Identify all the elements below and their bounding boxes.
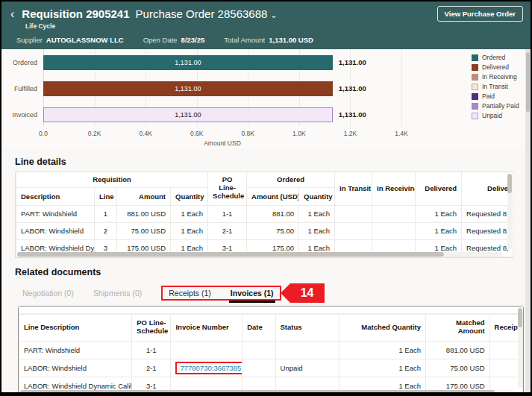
vertical-scrollbar[interactable] — [518, 308, 522, 388]
info-label: Supplier — [16, 36, 43, 44]
table-cell — [242, 359, 275, 377]
x-axis-tick: 1.4K — [395, 130, 408, 137]
invoices-table: Line DescriptionPO Line-ScheduleInvoice … — [18, 306, 524, 396]
column-header: Line Description — [19, 314, 132, 341]
column-header: Quantity — [299, 187, 335, 205]
header-info-bar: SupplierAUTOGLASSNOW LLCOpen Date8/23/25… — [16, 36, 523, 44]
tab-negotiation[interactable]: Negotiation (0) — [22, 289, 74, 298]
header-info-pair: SupplierAUTOGLASSNOW LLC — [16, 36, 124, 44]
table-cell: 1-1 — [208, 205, 247, 222]
horizontal-scrollbar[interactable] — [17, 252, 502, 257]
table-cell: 1 Each — [416, 222, 462, 239]
back-icon[interactable]: ‹ — [9, 8, 16, 20]
legend-swatch — [472, 103, 478, 110]
table-cell: 1 — [95, 205, 117, 222]
legend-swatch — [472, 64, 478, 71]
column-header: Amount — [117, 187, 171, 205]
column-header: Date — [242, 314, 275, 341]
page-header: ‹ Requisition 2905241Purchase Order 2856… — [1, 1, 531, 49]
bar-ordered[interactable]: 1,131.00 — [43, 55, 333, 70]
bar-category-label: Ordered — [0, 55, 37, 70]
table-cell: 1 Each — [171, 222, 208, 239]
column-header: Quantity — [171, 187, 208, 205]
legend-item: Unpaid — [472, 112, 519, 119]
chevron-down-icon[interactable]: ⌄ — [270, 10, 277, 19]
info-label: Open Date — [143, 36, 178, 44]
table-row[interactable]: PART: Windshield1881.00 USD1 Each1-1881.… — [16, 205, 513, 222]
bar-outside-label: 1,131.00 — [339, 81, 366, 96]
column-header: Matched Amount — [425, 314, 489, 341]
column-header: Description — [16, 187, 95, 205]
legend-item: Paid — [472, 92, 519, 100]
info-value: 8/23/25 — [181, 36, 205, 44]
view-purchase-order-button[interactable]: View Purchase Order — [437, 6, 523, 22]
invoice-number-link[interactable]: 77780730:3667385 — [180, 364, 241, 372]
x-axis-tick: 0.4K — [139, 130, 152, 137]
column-header: PO Line-Schedule — [132, 314, 171, 341]
legend-item: In Receiving — [472, 73, 519, 81]
bar-value-label: 1,131.00 — [175, 85, 201, 92]
related-documents-tabs: Negotiation (0)Shipments (0)Receipts (1)… — [22, 285, 531, 301]
vertical-scrollbar[interactable] — [507, 174, 512, 250]
table-cell: 1 Each — [299, 222, 335, 239]
table-cell — [171, 341, 242, 359]
x-axis-tick: 0.6K — [190, 130, 204, 137]
table-cell: 75.00 USD — [117, 222, 171, 239]
page-scrollbar[interactable] — [525, 49, 531, 392]
tab-shipments[interactable]: Shipments (0) — [93, 289, 142, 298]
legend-item: Partially Paid — [472, 102, 519, 110]
info-value: AUTOGLASSNOW LLC — [46, 36, 124, 44]
annotation-box-15: 77780730:366738515 — [175, 362, 242, 374]
chart-legend: OrderedDeliveredIn ReceivingIn TransitPa… — [472, 54, 519, 119]
legend-item: Ordered — [472, 54, 519, 61]
legend-label: Unpaid — [482, 112, 502, 119]
app-window: ‹ Requisition 2905241Purchase Order 2856… — [0, 0, 532, 396]
header-info-pair: Total Amount1,131.00 USD — [224, 36, 313, 44]
table-row[interactable]: LABOR: Windshield2-177780730:366738515Un… — [19, 359, 523, 377]
table-cell: 2-1 — [132, 359, 171, 377]
table-cell — [242, 341, 275, 359]
legend-swatch — [472, 74, 478, 81]
table-cell: 75.00 — [247, 222, 299, 239]
table-cell — [372, 205, 416, 222]
table-cell: LABOR: Windshield — [16, 222, 95, 239]
legend-label: Partially Paid — [482, 102, 519, 110]
purchase-order-title: Purchase Order 28563688 — [136, 7, 268, 20]
table-cell: 1 Each — [416, 205, 462, 222]
table-cell: 75.00 USD — [425, 359, 489, 377]
x-axis-tick: 1.2K — [344, 130, 357, 137]
line-details-title: Line details — [15, 157, 531, 167]
table-row[interactable]: LABOR: Windshield275.00 USD1 Each2-175.0… — [16, 222, 513, 239]
table-cell: 881.00 USD — [425, 341, 489, 359]
bar-outside-label: 1,131.00 — [339, 55, 366, 70]
table-cell: 2 — [95, 222, 117, 239]
legend-item: Delivered — [472, 63, 519, 71]
legend-swatch — [472, 113, 478, 119]
bar-row: Ordered1,131.001,131.00 — [43, 55, 401, 70]
bar-category-label: Fulfilled — [0, 81, 37, 96]
x-axis-tick: 0.0 — [39, 130, 48, 137]
column-header-delivery: Delive — [462, 172, 513, 205]
tab-receipts[interactable]: Receipts (1) — [169, 289, 211, 298]
table-cell: 881.00 USD — [117, 205, 171, 222]
bar-invoiced[interactable]: 1,131.00 — [43, 107, 333, 122]
x-axis-tick: 0.2K — [88, 130, 101, 137]
legend-swatch — [472, 84, 478, 90]
tab-invoices[interactable]: Invoices (1) — [231, 289, 274, 298]
legend-label: In Receiving — [482, 73, 517, 81]
info-value: 1,131.00 USD — [269, 36, 313, 44]
bar-fulfilled[interactable]: 1,131.00 — [43, 81, 333, 96]
horizontal-scrollbar[interactable] — [20, 390, 514, 395]
table-cell: Unpaid — [275, 359, 339, 377]
x-axis-tick: 1.0K — [292, 130, 306, 137]
bar-value-label: 1,131.00 — [175, 59, 201, 66]
requisition-title: Requisition 2905241 — [22, 7, 129, 20]
table-row[interactable]: PART: Windshield1-11 Each881.00 USD — [19, 341, 523, 359]
table-cell: Requested 8, — [462, 222, 513, 239]
column-group-ordered: Ordered — [247, 172, 335, 187]
bar-outside-label: 1,131.00 — [339, 107, 366, 122]
table-cell: 1 Each — [299, 205, 335, 222]
legend-item: In Transit — [472, 83, 519, 90]
column-header-po-line-schedule: PO Line-Schedule — [208, 172, 247, 205]
table-cell: Requested 8, — [462, 205, 513, 222]
